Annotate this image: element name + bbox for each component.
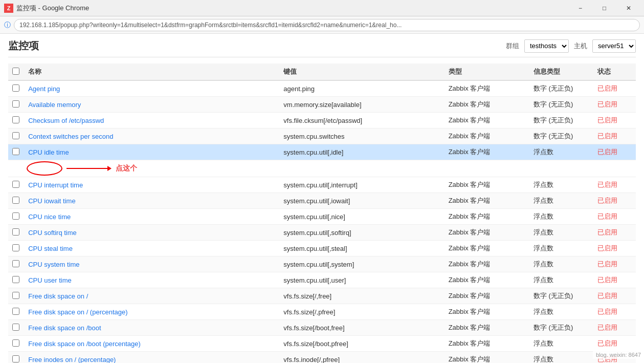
annotation-row: 点这个: [8, 160, 636, 177]
row-name-link[interactable]: CPU system time: [28, 261, 79, 268]
row-checkbox[interactable]: [12, 84, 19, 92]
row-checkbox[interactable]: [12, 181, 19, 188]
row-checkbox[interactable]: [12, 116, 19, 123]
window-titlebar: Z 监控项 - Google Chrome − □ ✕: [0, 0, 644, 16]
row-checkbox[interactable]: [12, 339, 19, 347]
row-checkbox[interactable]: [12, 244, 19, 251]
items-table: 名称 键值 类型 信息类型 状态 Agent ping agent.ping Z…: [8, 63, 636, 363]
row-name-link[interactable]: CPU user time: [28, 276, 72, 284]
row-name-link[interactable]: CPU softirq time: [28, 229, 77, 237]
row-checkbox[interactable]: [12, 308, 19, 315]
row-key: system.cpu.util[,idle]: [279, 144, 444, 160]
row-name-link[interactable]: CPU idle time: [28, 148, 69, 156]
row-name-link[interactable]: Agent ping: [28, 85, 60, 93]
row-name: CPU interrupt time: [24, 177, 279, 193]
row-checkbox[interactable]: [12, 324, 19, 331]
table-row[interactable]: Free inodes on / (percentage) vfs.fs.ino…: [8, 352, 636, 364]
row-key: system.cpu.util[,nice]: [279, 209, 444, 225]
table-row[interactable]: CPU idle time system.cpu.util[,idle] Zab…: [8, 144, 636, 160]
row-checkbox-cell: [8, 97, 24, 113]
table-row[interactable]: Agent ping agent.ping Zabbix 客户端 数字 (无正负…: [8, 80, 636, 97]
row-checkbox[interactable]: [12, 260, 19, 267]
select-all-checkbox[interactable]: [12, 68, 19, 75]
row-name-link[interactable]: Free disk space on /boot: [28, 324, 101, 332]
row-name: CPU iowait time: [24, 193, 279, 209]
row-name-link[interactable]: CPU nice time: [28, 213, 71, 221]
maximize-button[interactable]: □: [593, 1, 616, 15]
row-name-link[interactable]: Free disk space on /boot (percentage): [28, 340, 141, 348]
row-infotype: 浮点数: [529, 193, 593, 209]
address-bar: ⓘ: [0, 16, 644, 34]
row-name-link[interactable]: CPU interrupt time: [28, 181, 83, 189]
row-name-link[interactable]: Free disk space on /: [28, 292, 88, 300]
address-input[interactable]: [14, 19, 640, 31]
arrow-shaft: [66, 168, 107, 169]
row-key: vfs.fs.size[/,pfree]: [279, 304, 444, 320]
row-status: 已启用: [593, 225, 636, 241]
row-type: Zabbix 客户端: [445, 225, 529, 241]
row-type: Zabbix 客户端: [445, 209, 529, 225]
row-status: 已启用: [593, 177, 636, 193]
row-checkbox[interactable]: [12, 292, 19, 299]
row-status: 已启用: [593, 193, 636, 209]
row-status: 已启用: [593, 288, 636, 304]
arrow-head: [107, 166, 112, 171]
row-checkbox[interactable]: [12, 100, 19, 108]
row-type: Zabbix 客户端: [445, 113, 529, 129]
row-type: Zabbix 客户端: [445, 288, 529, 304]
row-status: 已启用: [593, 144, 636, 160]
row-checkbox[interactable]: [12, 148, 19, 155]
table-row[interactable]: Available memory vm.memory.size[availabl…: [8, 97, 636, 113]
table-row[interactable]: CPU interrupt time system.cpu.util[,inte…: [8, 177, 636, 193]
annotation-text: 点这个: [116, 164, 137, 173]
select-all-checkbox-cell: [8, 63, 24, 80]
table-row[interactable]: CPU system time system.cpu.util[,system]…: [8, 257, 636, 272]
row-checkbox[interactable]: [12, 132, 19, 139]
table-row[interactable]: Free disk space on / vfs.fs.size[/,free]…: [8, 288, 636, 304]
status-badge: 已启用: [597, 292, 617, 300]
minimize-button[interactable]: −: [569, 1, 592, 15]
row-status: 已启用: [593, 129, 636, 144]
table-row[interactable]: Context switches per second system.cpu.s…: [8, 129, 636, 144]
row-infotype: 浮点数: [529, 209, 593, 225]
table-row[interactable]: Free disk space on /boot (percentage) vf…: [8, 336, 636, 352]
row-checkbox[interactable]: [12, 228, 19, 236]
status-badge: 已启用: [597, 324, 617, 331]
group-select[interactable]: testhosts: [524, 39, 569, 53]
row-name: Free inodes on / (percentage): [24, 352, 279, 364]
table-body: Agent ping agent.ping Zabbix 客户端 数字 (无正负…: [8, 80, 636, 363]
row-type: Zabbix 客户端: [445, 257, 529, 272]
row-checkbox-cell: [8, 193, 24, 209]
table-row[interactable]: Free disk space on / (percentage) vfs.fs…: [8, 304, 636, 320]
row-checkbox[interactable]: [12, 276, 19, 283]
row-status: 已启用: [593, 113, 636, 129]
table-row[interactable]: CPU softirq time system.cpu.util[,softir…: [8, 225, 636, 241]
row-name-link[interactable]: Available memory: [28, 101, 81, 109]
row-checkbox[interactable]: [12, 212, 19, 220]
red-circle-annotation: [27, 161, 62, 176]
table-row[interactable]: CPU nice time system.cpu.util[,nice] Zab…: [8, 209, 636, 225]
table-row[interactable]: CPU user time system.cpu.util[,user] Zab…: [8, 272, 636, 288]
row-key: system.cpu.util[,system]: [279, 257, 444, 272]
close-button[interactable]: ✕: [617, 1, 640, 15]
row-name-link[interactable]: Free disk space on / (percentage): [28, 308, 127, 316]
row-key: system.cpu.util[,interrupt]: [279, 177, 444, 193]
row-infotype: 数字 (无正负): [529, 320, 593, 336]
row-name-link[interactable]: CPU steal time: [28, 245, 73, 252]
table-row[interactable]: Checksum of /etc/passwd vfs.file.cksum[/…: [8, 113, 636, 129]
table-row[interactable]: CPU iowait time system.cpu.util[,iowait]…: [8, 193, 636, 209]
row-checkbox-cell: [8, 209, 24, 225]
table-row[interactable]: Free disk space on /boot vfs.fs.size[/bo…: [8, 320, 636, 336]
row-checkbox[interactable]: [12, 197, 19, 204]
row-name-link[interactable]: Free inodes on / (percentage): [28, 356, 116, 364]
row-name-link[interactable]: Context switches per second: [28, 133, 113, 140]
row-infotype: 浮点数: [529, 272, 593, 288]
row-name-link[interactable]: CPU iowait time: [28, 197, 75, 205]
table-row[interactable]: CPU steal time system.cpu.util[,steal] Z…: [8, 241, 636, 257]
host-select[interactable]: server51: [592, 39, 636, 53]
row-status: 已启用: [593, 241, 636, 257]
row-checkbox[interactable]: [12, 355, 19, 362]
status-badge: 已启用: [597, 181, 617, 188]
row-name-link[interactable]: Checksum of /etc/passwd: [28, 117, 104, 124]
row-name: CPU steal time: [24, 241, 279, 257]
